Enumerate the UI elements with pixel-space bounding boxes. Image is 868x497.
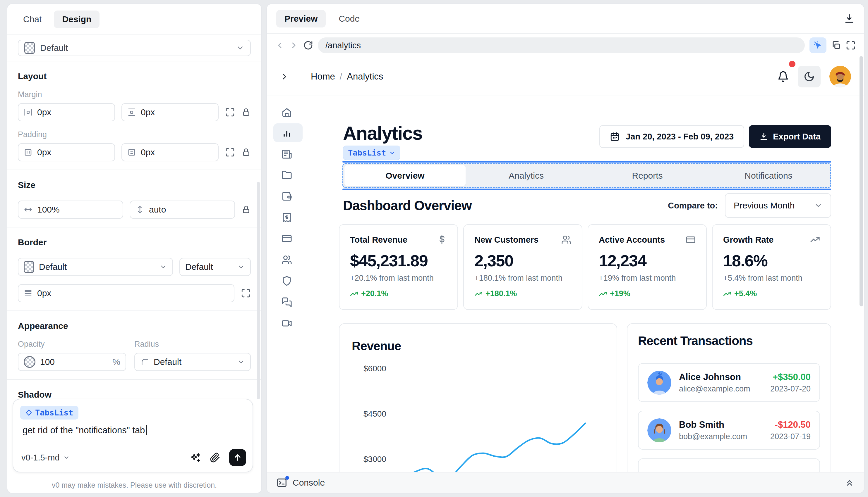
shield-icon[interactable] [281,275,293,287]
tab-preview[interactable]: Preview [276,10,326,28]
prompt-composer[interactable]: TabsList get rid of the "notifications" … [13,399,253,472]
stat-card-active-accounts: Active Accounts 12,234 +19% from last mo… [588,224,707,310]
padding-y-icon [127,148,136,157]
breadcrumb-home[interactable]: Home [311,71,335,82]
prompt-text: get rid of the "notifications" tab [23,425,145,435]
border-style-select[interactable]: Default [179,258,251,276]
enhance-sparkles-button[interactable] [190,452,201,463]
home-icon[interactable] [281,107,293,118]
section-layout-title: Layout [18,71,251,81]
avatar [647,418,671,442]
credit-card-icon [686,235,695,245]
margin-expand-button[interactable] [225,107,235,117]
trending-up-icon [474,290,483,298]
stat-badge-value: +180.1% [485,289,517,298]
transaction-email: bob@example.com [679,432,747,441]
style-preset-select[interactable]: Default [18,40,251,56]
stat-subtext: +180.1% from last month [474,274,571,283]
tab-design[interactable]: Design [54,11,99,28]
console-expand-button[interactable] [844,478,855,488]
margin-y-input[interactable]: 0px [122,103,219,121]
trending-up-icon [723,290,731,298]
console-bar[interactable]: Console [267,472,864,493]
radius-value: Default [154,357,181,367]
sidebar-scrollbar[interactable] [257,182,260,399]
receipt-icon[interactable] [281,212,293,223]
tab-chat[interactable]: Chat [15,11,50,28]
compare-value: Previous Month [734,201,795,211]
wallet-icon[interactable] [281,190,293,202]
border-swatch-icon [24,261,34,273]
back-button[interactable] [275,41,285,50]
tab-code[interactable]: Code [330,10,368,28]
border-width-input[interactable]: 0px [18,284,234,302]
opacity-input[interactable]: 100 % [18,353,126,371]
refresh-button[interactable] [303,40,313,50]
send-button[interactable] [229,449,246,466]
size-lock-button[interactable] [242,205,251,214]
selected-element-chip[interactable]: TabsList [20,406,79,420]
prompt-input[interactable]: get rid of the "notifications" tab [23,425,252,436]
model-select[interactable]: v0-1.5-md [22,453,70,463]
bar-chart-icon[interactable] [281,127,293,139]
trending-up-icon [350,290,358,298]
avatar-illustration [829,66,851,87]
border-expand-button[interactable] [241,288,251,298]
padding-x-input[interactable]: 0px [18,143,115,161]
console-label: Console [293,478,325,488]
tab-analytics[interactable]: Analytics [466,165,587,186]
folder-icon[interactable] [281,169,293,181]
inspect-cursor-button[interactable] [810,38,826,53]
padding-x-value: 0px [37,147,51,157]
transaction-amount: +$350.00 [770,372,811,382]
height-input[interactable]: auto [130,201,235,219]
app-topbar: Home / Analytics [267,57,864,96]
stat-card-growth-rate: Growth Rate 18.6% +5.4% from last month … [712,224,831,310]
width-input[interactable]: 100% [18,201,123,219]
margin-lock-button[interactable] [242,108,251,117]
fullscreen-button[interactable] [846,40,856,50]
tab-notifications[interactable]: Notifications [708,165,829,186]
transaction-row[interactable]: Bob Smith bob@example.com -$120.50 2023-… [638,411,820,450]
tabslist: Overview Analytics Reports Notifications [342,163,831,188]
credit-card-icon[interactable] [281,233,293,244]
date-range-picker[interactable]: Jan 20, 2023 - Feb 09, 2023 [600,125,744,148]
users-icon[interactable] [281,254,293,266]
padding-y-input[interactable]: 0px [122,143,219,161]
forward-button[interactable] [289,41,299,50]
copy-button[interactable] [831,40,841,50]
console-activity-dot [285,476,289,480]
transaction-row[interactable]: Alice Johnson alice@example.com +$350.00… [638,363,820,402]
video-icon[interactable] [281,317,293,329]
notifications-bell-button[interactable] [777,71,789,83]
section-size-title: Size [18,180,251,190]
chevron-down-icon [237,358,245,366]
bell-icon [777,71,789,83]
padding-expand-button[interactable] [225,147,235,157]
inspect-cursor-icon [813,40,823,50]
download-button[interactable] [844,13,855,24]
padding-y-value: 0px [141,147,155,157]
style-preset-value: Default [40,43,68,53]
tab-reports[interactable]: Reports [587,165,708,186]
compare-select[interactable]: Previous Month [725,193,831,218]
user-avatar[interactable] [829,66,851,87]
selected-component-badge[interactable]: TabsList [343,146,400,160]
dark-mode-toggle[interactable] [798,66,821,87]
sidebar-toggle-button[interactable] [280,72,289,81]
messages-icon[interactable] [281,296,293,308]
radius-select[interactable]: Default [134,353,251,371]
stat-label: Active Accounts [599,235,665,245]
export-data-button[interactable]: Export Data [749,125,831,148]
padding-lock-button[interactable] [242,148,251,157]
tab-overview[interactable]: Overview [344,165,466,186]
border-color-select[interactable]: Default [18,258,173,276]
newspaper-icon[interactable] [281,148,293,160]
url-bar[interactable]: /analytics [318,38,805,53]
margin-x-value: 0px [37,107,51,117]
preview-scrollbar[interactable] [859,56,863,307]
preview-panel: Preview Code /analytics Home / Analytics [266,3,865,494]
margin-x-input[interactable]: 0px [18,103,115,121]
app-icon-rail [267,95,320,472]
attach-paperclip-button[interactable] [210,452,220,463]
